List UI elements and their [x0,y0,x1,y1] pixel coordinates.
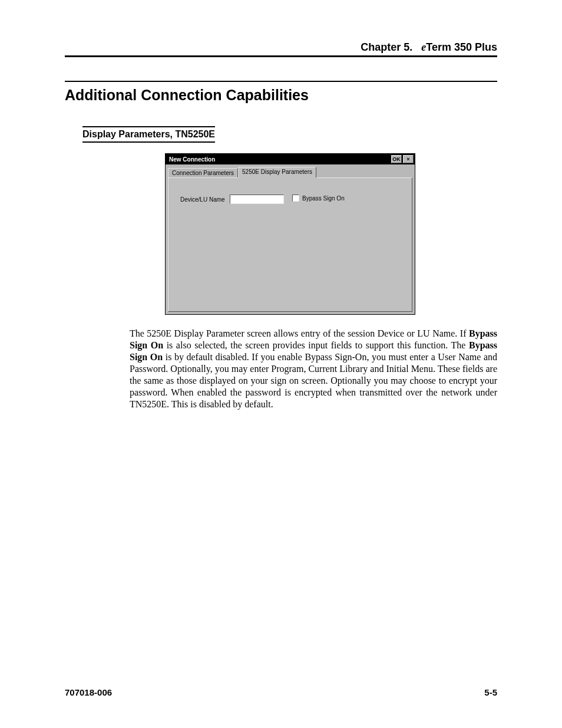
tab-panel: Device/LU Name Bypass Sign On [168,177,412,312]
bypass-sign-on-checkbox[interactable] [292,195,299,202]
tab-connection-parameters[interactable]: Connection Parameters [168,168,238,178]
para-text-2: is also selected, the screen provides in… [163,340,469,350]
new-connection-dialog: New Connection OK × Connection Parameter… [165,153,415,315]
tab-5250e-display-parameters[interactable]: 5250E Display Parameters [238,167,316,178]
dialog-titlebar: New Connection OK × [166,154,415,164]
chapter-label: Chapter 5. [361,41,412,53]
page-number: 5-5 [484,687,497,697]
document-number: 707018-006 [65,687,112,697]
para-text-3: is by default disabled. If you enable By… [130,352,497,409]
para-text-1: The 5250E Display Parameter screen allow… [130,328,469,338]
ok-button[interactable]: OK [391,155,402,163]
device-lu-name-label: Device/LU Name [180,196,225,203]
bypass-sign-on-label: Bypass Sign On [302,195,345,202]
page-footer: 707018-006 5-5 [65,687,497,697]
section-title: Additional Connection Capabilities [65,81,497,104]
device-lu-name-input[interactable] [230,195,284,204]
tab-strip: Connection Parameters 5250E Display Para… [166,164,415,178]
body-paragraph: The 5250E Display Parameter screen allow… [130,328,497,410]
close-button[interactable]: × [403,155,414,163]
product-name: Term 350 Plus [426,41,497,53]
chapter-header: Chapter 5. eTerm 350 Plus [65,41,497,57]
dialog-title: New Connection [169,156,390,163]
subsection-title: Display Parameters, TN5250E [82,126,215,143]
